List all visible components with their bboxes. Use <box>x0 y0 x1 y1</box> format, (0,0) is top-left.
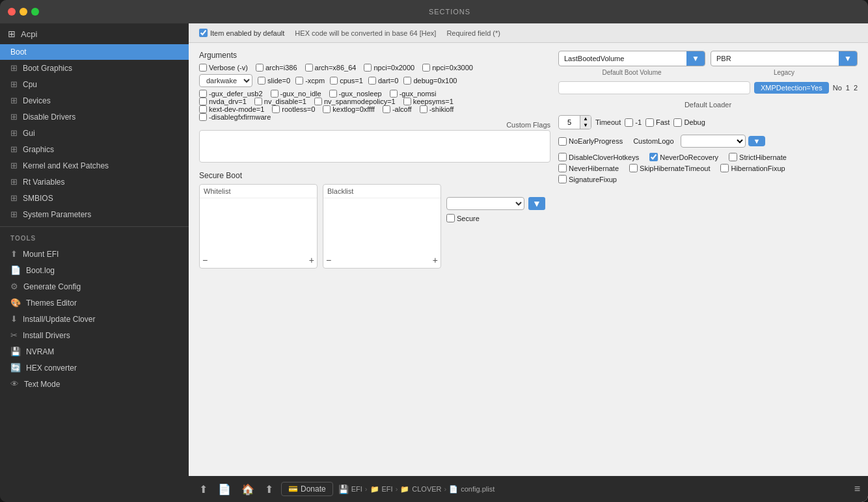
sidebar-item-smbios[interactable]: ⊞ SMBIOS <box>0 190 189 206</box>
cb-dart[interactable]: dart=0 <box>368 77 399 85</box>
sidebar-tool-boot-log[interactable]: 📄 Boot.log <box>0 262 189 278</box>
cb-keepsyms[interactable]: keepsyms=1 <box>403 98 454 105</box>
back-button[interactable]: ⬆ <box>197 481 210 498</box>
sidebar-item-boot[interactable]: Boot <box>0 44 189 60</box>
legacy-arrow-button[interactable]: ▼ <box>839 51 857 66</box>
custom-flags-textarea[interactable] <box>199 130 550 163</box>
secure-boot-select[interactable] <box>446 197 524 210</box>
cb-verbose-input[interactable] <box>199 64 207 72</box>
sidebar-item-kernel-kext[interactable]: ⊞ Kernel and Kext Patches <box>0 157 189 174</box>
cb-gux-nosleep-input[interactable] <box>329 90 337 98</box>
secure-checkbox[interactable]: Secure <box>446 214 550 222</box>
cb-npci-2000-input[interactable] <box>364 64 372 72</box>
sidebar-tool-text-mode[interactable]: 👁 Text Mode <box>0 376 189 392</box>
hibernation-fixup-input[interactable] <box>720 164 729 172</box>
cb-kextlog[interactable]: kextlog=0xffff <box>323 105 375 113</box>
cb-rootless-input[interactable] <box>272 105 280 113</box>
xmp-detection-button[interactable]: XMPDetection=Yes <box>754 82 829 94</box>
cb-arch-i386[interactable]: arch=i386 <box>256 64 297 72</box>
fast-input[interactable] <box>645 118 654 127</box>
sidebar-item-boot-graphics[interactable]: ⊞ Boot Graphics <box>0 60 189 76</box>
disable-clover-hotkeys[interactable]: DisableCloverHotkeys <box>558 153 639 161</box>
cb-dart-input[interactable] <box>368 77 376 85</box>
stepper-down-button[interactable]: ▼ <box>580 122 591 129</box>
forward-button[interactable]: 📄 <box>215 481 234 498</box>
secure-boot-dropdown-button[interactable]: ▼ <box>528 197 545 210</box>
cb-arch-x86[interactable]: arch=x86_64 <box>305 64 357 72</box>
hamburger-button[interactable]: ≡ <box>854 483 860 495</box>
item-enabled-check[interactable]: Item enabled by default <box>199 29 284 37</box>
sidebar-item-graphics[interactable]: ⊞ Graphics <box>0 141 189 157</box>
cb-kextlog-input[interactable] <box>323 105 331 113</box>
cb-xcpm[interactable]: -xcpm <box>295 77 325 85</box>
cb-alcoff[interactable]: -alcoff <box>383 105 412 113</box>
cb-debug-input[interactable] <box>403 77 411 85</box>
sidebar-tool-install-drivers[interactable]: ✂ Install Drivers <box>0 327 189 343</box>
sidebar-item-disable-drivers[interactable]: ⊞ Disable Drivers <box>0 109 189 125</box>
whitelist-add-button[interactable]: + <box>309 255 314 265</box>
sidebar-item-gui[interactable]: ⊞ Gui <box>0 125 189 141</box>
cb-arch-i386-input[interactable] <box>256 64 264 72</box>
no-early-progress-input[interactable] <box>558 137 567 146</box>
cb-shikioff[interactable]: -shikioff <box>420 105 454 113</box>
cb-gux-idle-input[interactable] <box>271 90 278 98</box>
cb-nv-disable[interactable]: nv_disable=1 <box>254 98 306 105</box>
whitelist-minus-button[interactable]: − <box>202 255 208 265</box>
cb-verbose[interactable]: Verbose (-v) <box>199 64 248 72</box>
sidebar-tool-themes-editor[interactable]: 🎨 Themes Editor <box>0 295 189 311</box>
sidebar-item-cpu[interactable]: ⊞ Cpu <box>0 76 189 92</box>
cb-slide-input[interactable] <box>258 77 265 85</box>
skip-hibernate-timeout[interactable]: SkipHibernateTimeout <box>629 164 710 172</box>
never-do-recovery-input[interactable] <box>649 153 658 161</box>
sidebar-tool-generate-config[interactable]: ⚙ Generate Config <box>0 278 189 295</box>
cb-nv-span[interactable]: nv_spanmodepolicy=1 <box>314 98 396 105</box>
darkwake-select[interactable]: darkwake <box>199 74 252 87</box>
share-button[interactable]: ⬆ <box>262 481 276 498</box>
sidebar-item-system-parameters[interactable]: ⊞ System Parameters <box>0 206 189 222</box>
cb-alcoff-input[interactable] <box>383 105 390 113</box>
timeout-value-input[interactable] <box>559 117 580 127</box>
cb-xcpm-input[interactable] <box>295 77 303 85</box>
fast-option[interactable]: Fast <box>645 118 670 127</box>
sidebar-tool-nvram[interactable]: 💾 NVRAM <box>0 343 189 360</box>
strict-hibernate[interactable]: StrictHibernate <box>729 153 787 161</box>
timeout-stepper[interactable]: ▲ ▼ <box>558 115 591 129</box>
hibernation-fixup[interactable]: HibernationFixup <box>720 164 785 172</box>
never-hibernate-input[interactable] <box>558 164 567 172</box>
cb-gux-nomsi[interactable]: -gux_nomsi <box>390 90 437 98</box>
cb-nvda[interactable]: nvda_drv=1 <box>199 98 247 105</box>
cb-shikioff-input[interactable] <box>420 105 427 113</box>
skip-hibernate-input[interactable] <box>629 164 638 172</box>
blacklist-add-button[interactable]: + <box>433 255 438 265</box>
signature-fixup-input[interactable] <box>558 175 567 183</box>
cb-gux-defer-input[interactable] <box>199 90 207 98</box>
cb-npci-2000[interactable]: npci=0x2000 <box>364 64 414 72</box>
stepper-up-button[interactable]: ▲ <box>580 116 591 122</box>
cb-nvda-input[interactable] <box>199 98 207 105</box>
cb-debug[interactable]: debug=0x100 <box>403 77 457 85</box>
minus1-option[interactable]: -1 <box>625 118 642 127</box>
default-volume-dropdown[interactable]: LastBootedVolume ▼ <box>558 51 705 66</box>
disable-hotkeys-input[interactable] <box>558 153 567 161</box>
cb-cpus-input[interactable] <box>330 77 338 85</box>
default-volume-arrow-button[interactable]: ▼ <box>686 51 705 66</box>
no-early-progress[interactable]: NoEarlyProgress <box>558 137 623 146</box>
cb-rootless[interactable]: rootless=0 <box>272 105 315 113</box>
cb-npci-3000[interactable]: npci=0x3000 <box>422 64 473 72</box>
close-button[interactable] <box>8 8 16 16</box>
custom-logo-select[interactable] <box>681 135 746 148</box>
cb-npci-3000-input[interactable] <box>422 64 430 72</box>
cb-keepsyms-input[interactable] <box>403 98 411 105</box>
never-hibernate[interactable]: NeverHibernate <box>558 164 619 172</box>
sidebar-tool-hex-converter[interactable]: 🔄 HEX converter <box>0 360 189 376</box>
minimize-button[interactable] <box>20 8 27 16</box>
cb-cpus[interactable]: cpus=1 <box>330 77 363 85</box>
cb-gux-nosleep[interactable]: -gux_nosleep <box>329 90 382 98</box>
sidebar-item-devices[interactable]: ⊞ Devices <box>0 92 189 109</box>
debug-option[interactable]: Debug <box>673 118 705 127</box>
maximize-button[interactable] <box>31 8 39 16</box>
sidebar-item-acpi[interactable]: ⊞ Acpi <box>0 23 189 44</box>
cb-arch-x86-input[interactable] <box>305 64 313 72</box>
donate-button[interactable]: 💳 Donate <box>281 482 333 496</box>
cb-disablegfx[interactable]: -disablegfxfirmware <box>199 113 271 121</box>
